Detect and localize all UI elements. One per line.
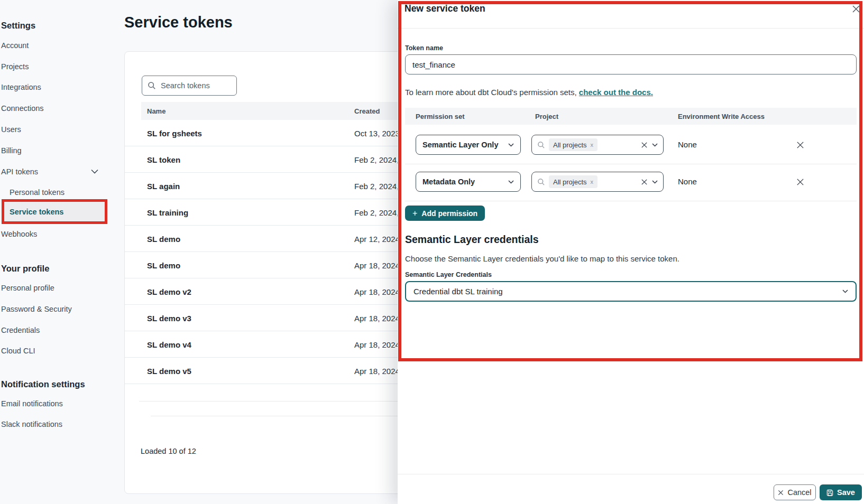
semantic-layer-credentials-description: Choose the Semantic Layer credentials yo… xyxy=(405,254,679,263)
token-name: SL training xyxy=(147,208,188,217)
sidebar-item-slack-notifications[interactable]: Slack notifications xyxy=(1,420,62,428)
cancel-label: Cancel xyxy=(787,488,811,497)
new-service-token-drawer: New service token Token name To learn mo… xyxy=(398,0,864,504)
sidebar-item-integrations[interactable]: Integrations xyxy=(1,83,41,91)
load-status: Loaded 10 of 12 xyxy=(141,447,196,455)
token-name-input[interactable] xyxy=(405,54,857,74)
sidebar-item-personal-profile[interactable]: Personal profile xyxy=(1,284,54,292)
semantic-layer-credentials-heading: Semantic Layer credentials xyxy=(405,234,539,246)
sidebar-item-projects[interactable]: Projects xyxy=(1,62,29,71)
docs-note-text: To learn more about dbt Cloud's permissi… xyxy=(405,88,579,97)
add-permission-button[interactable]: + Add permission xyxy=(405,206,485,221)
sidebar-header-notification-settings: Notification settings xyxy=(1,379,85,389)
chevron-down-icon xyxy=(91,169,98,174)
permissions-header: Permission set Project Environment Write… xyxy=(405,108,857,125)
sidebar-item-service-tokens-label: Service tokens xyxy=(4,208,63,216)
token-created: Oct 13, 2023, xyxy=(354,128,402,137)
chevron-down-icon xyxy=(652,143,658,147)
token-name: SL demo xyxy=(147,260,180,269)
search-icon xyxy=(537,178,545,186)
sidebar-item-users[interactable]: Users xyxy=(1,125,21,134)
search-tokens-input[interactable] xyxy=(161,81,224,90)
chevron-down-icon xyxy=(508,180,514,184)
save-button[interactable]: Save xyxy=(820,484,862,500)
chip-remove-icon[interactable]: x xyxy=(591,142,594,148)
docs-link[interactable]: check out the docs. xyxy=(579,88,653,97)
drawer-title: New service token xyxy=(405,3,485,14)
semantic-layer-credentials-select[interactable]: Credential dbt SL training xyxy=(405,281,857,302)
token-name: SL demo v3 xyxy=(147,313,191,322)
close-icon[interactable] xyxy=(851,4,861,14)
token-name: SL demo xyxy=(147,234,180,243)
project-chip[interactable]: All projects x xyxy=(549,175,598,188)
token-name: SL again xyxy=(147,181,180,190)
remove-permission-icon[interactable] xyxy=(796,141,805,150)
sidebar-item-credentials[interactable]: Credentials xyxy=(1,326,40,334)
permission-set-select[interactable]: Metadata Only xyxy=(416,172,521,192)
environment-write-access-value: None xyxy=(678,177,697,186)
clear-icon[interactable] xyxy=(640,178,648,186)
project-chip-label: All projects xyxy=(553,141,587,149)
token-created: Apr 18, 2024, xyxy=(354,340,402,349)
clear-icon[interactable] xyxy=(640,141,648,149)
sidebar-header-settings: Settings xyxy=(1,21,35,31)
token-name: SL token xyxy=(147,155,180,164)
permission-set-select[interactable]: Semantic Layer Only xyxy=(416,135,521,155)
cancel-button[interactable]: Cancel xyxy=(774,484,816,500)
semantic-layer-credentials-value: Credential dbt SL training xyxy=(413,287,503,296)
sidebar-item-password-security[interactable]: Password & Security xyxy=(1,305,72,313)
column-header-environment-write-access: Environment Write Access xyxy=(678,113,765,120)
chevron-down-icon xyxy=(842,290,848,293)
divider xyxy=(398,28,864,29)
project-chip-label: All projects xyxy=(553,178,587,186)
sidebar-item-service-tokens-active[interactable]: Service tokens xyxy=(2,199,107,224)
sidebar-item-connections[interactable]: Connections xyxy=(1,104,44,113)
chip-remove-icon[interactable]: x xyxy=(591,179,594,185)
project-chip[interactable]: All projects x xyxy=(549,138,598,151)
sidebar-item-webhooks[interactable]: Webhooks xyxy=(1,230,37,238)
divider xyxy=(405,164,857,164)
project-select[interactable]: All projects x xyxy=(531,172,664,192)
permission-set-value: Semantic Layer Only xyxy=(422,141,498,149)
token-name-label: Token name xyxy=(405,44,443,52)
token-created: Apr 18, 2024, xyxy=(354,366,402,375)
sidebar-header-your-profile: Your profile xyxy=(1,264,49,274)
page-title: Service tokens xyxy=(124,14,233,31)
docs-note: To learn more about dbt Cloud's permissi… xyxy=(405,88,653,97)
divider xyxy=(398,474,864,474)
token-name: SL demo v5 xyxy=(147,366,191,375)
add-permission-label: Add permission xyxy=(421,209,477,218)
token-name: SL for gsheets xyxy=(147,128,202,137)
search-icon xyxy=(148,81,156,90)
plus-icon: + xyxy=(412,209,417,218)
divider xyxy=(405,201,857,201)
sidebar-item-api-tokens[interactable]: API tokens xyxy=(1,167,38,176)
chevron-down-icon xyxy=(652,180,658,184)
sidebar-item-email-notifications[interactable]: Email notifications xyxy=(1,399,63,408)
token-name: SL demo v4 xyxy=(147,340,191,349)
remove-permission-icon[interactable] xyxy=(796,178,805,187)
save-label: Save xyxy=(837,488,855,497)
close-icon xyxy=(778,490,784,496)
project-select[interactable]: All projects x xyxy=(531,135,664,155)
column-header-name: Name xyxy=(147,107,166,115)
column-header-permission-set: Permission set xyxy=(416,113,465,120)
token-created: Apr 12, 2024, xyxy=(354,234,402,243)
token-created: Apr 18, 2024, xyxy=(354,313,402,322)
token-created: Apr 18, 2024, xyxy=(354,260,402,269)
sidebar-item-cloud-cli[interactable]: Cloud CLI xyxy=(1,347,35,355)
permission-set-value: Metadata Only xyxy=(422,178,475,186)
sidebar-item-account[interactable]: Account xyxy=(1,41,29,50)
sidebar-item-billing[interactable]: Billing xyxy=(1,146,22,155)
search-tokens-box[interactable] xyxy=(142,76,237,96)
column-header-project: Project xyxy=(535,113,558,120)
sidebar-item-personal-tokens[interactable]: Personal tokens xyxy=(10,188,65,197)
chevron-down-icon xyxy=(508,143,514,147)
save-icon xyxy=(826,489,833,496)
column-header-created: Created xyxy=(354,107,380,115)
token-created: Apr 18, 2024, xyxy=(354,287,402,296)
search-icon xyxy=(537,141,545,149)
environment-write-access-value: None xyxy=(678,140,697,149)
screen: Settings Account Projects Integrations C… xyxy=(0,0,864,504)
semantic-layer-credentials-label: Semantic Layer Credentials xyxy=(405,271,492,278)
